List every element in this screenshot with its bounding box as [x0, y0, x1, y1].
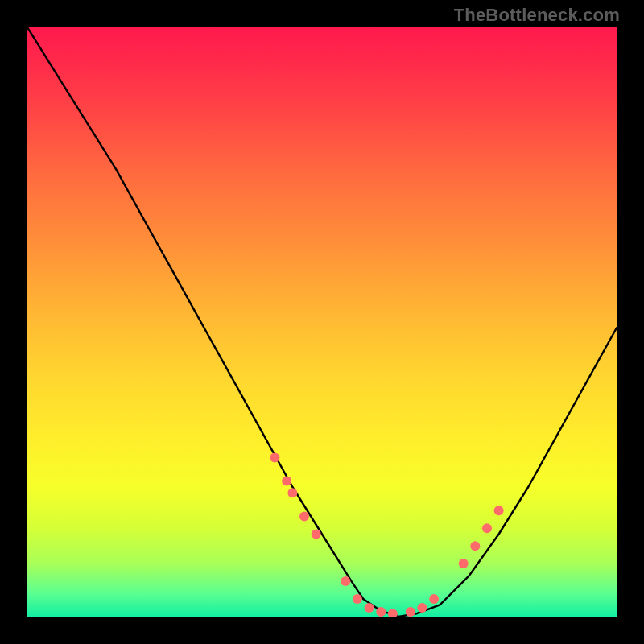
- marker-dot: [470, 541, 480, 551]
- marker-dot: [270, 452, 279, 462]
- marker-dot: [429, 594, 439, 604]
- bottleneck-curve: [27, 27, 617, 617]
- marker-dot: [353, 594, 362, 604]
- marker-dot: [299, 512, 309, 522]
- marker-dot: [388, 609, 398, 617]
- marker-dot: [312, 530, 321, 539]
- marker-dot: [494, 506, 504, 515]
- marker-dot: [282, 477, 291, 486]
- watermark-text: TheBottleneck.com: [454, 5, 620, 26]
- marker-dot: [287, 488, 297, 497]
- marker-dot: [482, 523, 492, 533]
- marker-dot: [376, 607, 386, 617]
- chart-stage: TheBottleneck.com: [0, 0, 644, 644]
- marker-dot: [459, 559, 469, 568]
- plot-area: [27, 27, 617, 617]
- marker-dot: [365, 603, 374, 613]
- marker-dot: [406, 607, 415, 617]
- curve-layer: [27, 27, 617, 617]
- marker-group: [270, 452, 503, 617]
- marker-dot: [417, 603, 427, 613]
- marker-dot: [341, 576, 350, 586]
